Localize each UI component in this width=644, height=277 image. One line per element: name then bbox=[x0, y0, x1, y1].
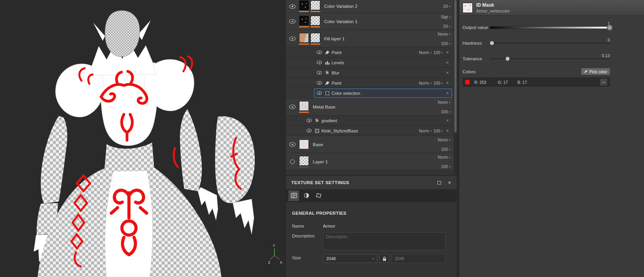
effect-row-gradient[interactable]: S gradient × bbox=[286, 116, 454, 126]
name-value[interactable]: Armor bbox=[323, 223, 335, 228]
tab-channels[interactable] bbox=[301, 190, 312, 201]
blend-mode-dropdown[interactable]: Norm bbox=[419, 81, 432, 85]
close-icon[interactable]: × bbox=[445, 60, 450, 65]
layer-row-color-variation-2[interactable]: Color Variation 2 20 bbox=[286, 0, 454, 13]
layer-row-fill-layer-1[interactable]: Fill layer 1 Norm 100 bbox=[286, 30, 454, 47]
layer-thumbnail[interactable] bbox=[299, 101, 309, 113]
opacity-dropdown[interactable]: 100 bbox=[441, 147, 450, 152]
visibility-eye-icon[interactable] bbox=[316, 60, 323, 66]
substance-filter-icon: S bbox=[325, 70, 330, 75]
effect-row-blur[interactable]: S Blur × bbox=[286, 68, 454, 78]
effect-name: Paint bbox=[332, 81, 341, 85]
layer-mask-thumbnail[interactable] bbox=[310, 0, 320, 12]
tolerance-slider[interactable] bbox=[490, 58, 610, 59]
layers-scrollbar-thumb[interactable] bbox=[454, 0, 457, 132]
effect-row-paint[interactable]: Paint Norm 100 × bbox=[286, 78, 454, 88]
color-entry-row[interactable]: R: 253 G: 17 B: 17 − bbox=[463, 78, 610, 87]
visibility-eye-icon[interactable] bbox=[306, 128, 312, 134]
blend-mode-dropdown[interactable]: Slgt bbox=[441, 14, 450, 19]
layer-row-metal-base[interactable]: Metal Base Norm 100 bbox=[286, 98, 454, 116]
blend-mode-dropdown[interactable]: Norm bbox=[438, 138, 450, 142]
visibility-eye-icon[interactable] bbox=[289, 3, 296, 9]
effect-row-paint[interactable]: Paint Norm 100 × bbox=[286, 47, 454, 58]
pick-color-button[interactable]: Pick color bbox=[581, 68, 610, 75]
visibility-eye-icon[interactable] bbox=[316, 90, 323, 96]
hardness-slider[interactable] bbox=[490, 43, 610, 43]
visibility-eye-icon[interactable] bbox=[316, 70, 323, 76]
layer-row-base[interactable]: Base Norm 100 bbox=[286, 136, 454, 153]
output-value-label: Output value bbox=[463, 25, 490, 30]
description-field[interactable] bbox=[323, 232, 446, 250]
hardness-value-number[interactable]: 0 bbox=[608, 38, 610, 42]
opacity-dropdown[interactable]: 100 bbox=[441, 41, 450, 46]
close-icon[interactable]: × bbox=[445, 50, 450, 55]
visibility-eye-icon[interactable] bbox=[289, 159, 296, 165]
opacity-dropdown[interactable]: 20 bbox=[443, 4, 450, 9]
layer-thumbnail[interactable] bbox=[299, 16, 309, 27]
maximize-icon[interactable] bbox=[437, 181, 441, 185]
opacity-dropdown[interactable]: 100 bbox=[441, 164, 450, 169]
visibility-eye-icon[interactable] bbox=[316, 49, 323, 56]
lock-icon[interactable] bbox=[379, 254, 389, 263]
properties-title: ID Mask bbox=[476, 2, 510, 8]
visibility-eye-icon[interactable] bbox=[306, 118, 312, 124]
blend-mode-dropdown[interactable]: Norm bbox=[438, 155, 450, 159]
blend-mode-dropdown[interactable]: Norm bbox=[438, 100, 450, 105]
effect-name: Kloki_StylizedBase bbox=[321, 129, 358, 133]
tab-general-settings[interactable] bbox=[288, 190, 299, 201]
close-icon[interactable]: × bbox=[445, 118, 450, 123]
visibility-eye-icon[interactable] bbox=[316, 80, 323, 86]
close-icon[interactable]: × bbox=[448, 179, 451, 186]
blend-mode-dropdown[interactable]: Norm bbox=[419, 50, 432, 55]
description-label: Description bbox=[292, 232, 323, 238]
tolerance-value-number[interactable]: 0.13 bbox=[602, 53, 610, 58]
color-green-value: G: 17 bbox=[498, 80, 517, 85]
visibility-eye-icon[interactable] bbox=[289, 104, 296, 110]
close-icon[interactable]: × bbox=[445, 128, 450, 134]
layer-thumbnail[interactable] bbox=[299, 139, 309, 149]
remove-color-button[interactable]: − bbox=[600, 78, 608, 86]
output-value-slider[interactable] bbox=[490, 26, 610, 29]
layers-panel: Color Variation 2 20 Color Variation 1 S… bbox=[285, 0, 457, 175]
layers-scrollbar-track[interactable] bbox=[454, 0, 457, 175]
layer-row-color-variation-1[interactable]: Color Variation 1 Slgt 20 bbox=[286, 13, 454, 30]
layer-mask-thumbnail[interactable] bbox=[310, 16, 320, 27]
size-label: Size bbox=[292, 254, 323, 260]
opacity-dropdown[interactable]: 100 bbox=[434, 81, 443, 85]
tolerance-slider-knob[interactable] bbox=[506, 57, 510, 61]
character-model bbox=[0, 0, 285, 277]
close-icon[interactable]: × bbox=[445, 70, 450, 76]
section-title: GENERAL PROPERTIES bbox=[292, 211, 450, 215]
visibility-eye-icon[interactable] bbox=[289, 36, 296, 42]
layer-mask-thumbnail[interactable] bbox=[310, 33, 320, 45]
axis-gizmo[interactable]: Y Z X bbox=[265, 243, 285, 266]
hardness-slider-knob[interactable] bbox=[490, 41, 494, 45]
layer-thumbnail[interactable] bbox=[299, 33, 309, 45]
layer-row-layer-1[interactable]: Layer 1 Norm 100 bbox=[286, 153, 454, 170]
output-value-slider-knob[interactable] bbox=[607, 25, 613, 31]
close-icon[interactable]: × bbox=[445, 91, 450, 96]
visibility-eye-icon[interactable] bbox=[289, 141, 296, 148]
visibility-eye-icon[interactable] bbox=[289, 18, 296, 25]
channels-circle-icon bbox=[304, 193, 309, 198]
size-select[interactable]: 2048 bbox=[323, 254, 377, 263]
opacity-dropdown[interactable]: 100 bbox=[434, 129, 443, 133]
viewport-3d[interactable]: Y Z X bbox=[0, 0, 285, 277]
opacity-dropdown[interactable]: 20 bbox=[443, 24, 450, 29]
color-swatch[interactable] bbox=[465, 80, 470, 85]
size-linked-field[interactable]: 2048 bbox=[392, 254, 446, 263]
tab-mesh[interactable] bbox=[314, 190, 324, 201]
effect-row-color-selection[interactable]: Color selection × bbox=[286, 88, 454, 98]
layer-name: Color Variation 1 bbox=[322, 19, 441, 24]
close-icon[interactable]: × bbox=[445, 80, 450, 86]
effect-row-kloki-stylizedbase[interactable]: Kloki_StylizedBase Norm 100 × bbox=[286, 126, 454, 136]
layer-thumbnail[interactable] bbox=[299, 156, 309, 168]
id-mask-thumbnail bbox=[463, 3, 473, 13]
colors-label: Colors bbox=[463, 69, 475, 74]
opacity-dropdown[interactable]: 100 bbox=[434, 50, 443, 55]
opacity-dropdown[interactable]: 100 bbox=[441, 109, 450, 114]
blend-mode-dropdown[interactable]: Norm bbox=[419, 129, 432, 133]
effect-row-levels[interactable]: Levels × bbox=[286, 58, 454, 68]
blend-mode-dropdown[interactable]: Norm bbox=[438, 32, 450, 36]
layer-thumbnail[interactable] bbox=[299, 0, 309, 12]
